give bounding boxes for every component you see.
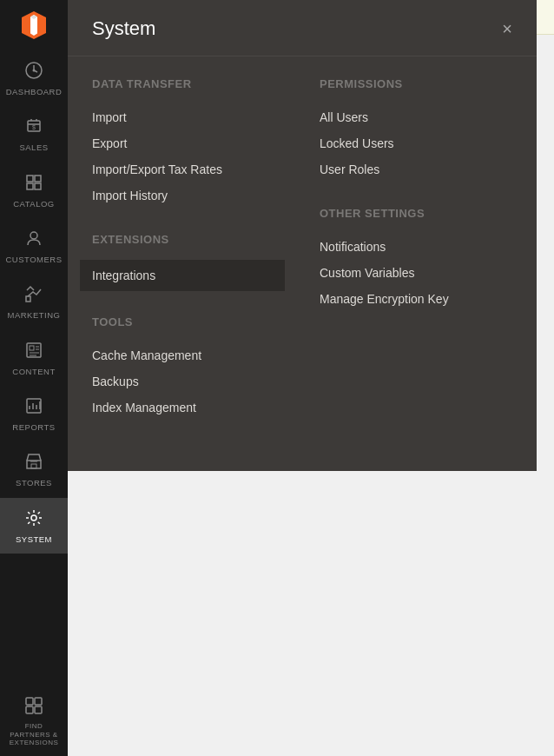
svg-point-1 [33,70,36,72]
svg-text:$: $ [32,124,36,130]
menu-item-locked-users[interactable]: Locked Users [320,130,512,156]
svg-rect-19 [35,706,42,713]
sidebar: DASHBOARD $ SALES CATALOG [0,0,68,756]
sidebar-item-reports[interactable]: REPORTS [0,386,68,441]
marketing-icon [24,284,43,306]
sidebar-item-catalog[interactable]: CATALOG [0,162,68,218]
menu-item-custom-variables[interactable]: Custom Variables [320,260,512,286]
menu-item-index-management[interactable]: Index Management [92,395,285,421]
menu-item-user-roles[interactable]: User Roles [320,156,512,182]
system-panel-close-button[interactable]: × [502,20,512,37]
dashboard-icon [24,61,43,83]
svg-rect-5 [35,176,41,182]
magento-logo-icon [18,10,49,41]
system-icon [24,508,43,530]
sidebar-logo [0,0,68,50]
sales-icon: $ [24,116,43,138]
right-column: Permissions All Users Locked Users User … [320,77,512,445]
sidebar-item-content-label: CONTENT [12,367,55,377]
left-column: Data Transfer Import Export Import/Expor… [92,77,285,445]
menu-item-manage-encryption-key[interactable]: Manage Encryption Key [320,286,512,312]
menu-item-export[interactable]: Export [92,130,285,156]
other-settings-heading: Other Settings [320,207,512,220]
menu-item-backups[interactable]: Backups [92,368,285,395]
sidebar-item-extensions[interactable]: FIND PARTNERS & EXTENSIONS [0,686,68,756]
other-settings-section: Other Settings Notifications Custom Vari… [320,207,512,312]
sidebar-item-marketing[interactable]: MARKETING [0,274,68,329]
sidebar-item-system[interactable]: SYSTEM [0,498,68,554]
sidebar-item-dashboard-label: DASHBOARD [6,87,63,97]
svg-rect-6 [27,183,33,189]
sidebar-item-catalog-label: CATALOG [13,199,55,209]
extensions-section: Extensions Integrations [92,233,285,291]
menu-item-integrations[interactable]: Integrations [80,260,285,291]
system-panel-title: System [92,17,155,40]
sidebar-item-dashboard[interactable]: DASHBOARD [0,50,68,106]
permissions-section: Permissions All Users Locked Users User … [320,77,512,182]
svg-rect-9 [26,296,30,302]
data-transfer-heading: Data Transfer [92,77,285,90]
sidebar-item-reports-label: REPORTS [12,422,55,433]
svg-rect-11 [30,346,34,350]
content-icon [24,341,43,362]
system-panel: System × Data Transfer Import Export Imp… [68,0,537,471]
menu-item-cache-management[interactable]: Cache Management [92,342,285,368]
permissions-heading: Permissions [320,77,512,90]
catalog-icon [24,173,43,195]
tools-heading: Tools [92,315,285,328]
data-transfer-section: Data Transfer Import Export Import/Expor… [92,77,285,209]
svg-rect-7 [35,183,41,189]
system-panel-header: System × [68,0,537,56]
tools-section: Tools Cache Management Backups Index Man… [92,315,285,421]
panel-columns: Data Transfer Import Export Import/Expor… [68,56,537,445]
sidebar-item-content[interactable]: CONTENT [0,330,68,386]
svg-rect-16 [26,698,33,705]
sidebar-item-stores[interactable]: STORES [0,441,68,497]
extensions-heading: Extensions [92,233,285,246]
extensions-icon [24,696,43,718]
sidebar-item-extensions-label: FIND PARTNERS & EXTENSIONS [3,722,64,747]
menu-item-notifications[interactable]: Notifications [320,234,512,260]
main-content: nfig System × Data Transfer Import Expor… [68,0,554,756]
sidebar-item-customers[interactable]: CUSTOMERS [0,218,68,274]
sidebar-item-system-label: SYSTEM [16,534,52,545]
svg-rect-18 [26,706,33,713]
sidebar-item-marketing-label: MARKETING [8,310,61,321]
svg-point-8 [30,232,37,239]
menu-item-import-history[interactable]: Import History [92,182,285,209]
reports-icon [24,396,43,418]
sidebar-item-customers-label: CUSTOMERS [5,255,62,265]
sidebar-item-stores-label: STORES [16,478,52,488]
svg-rect-4 [27,176,33,182]
sidebar-item-sales-label: SALES [19,143,48,153]
menu-item-import-export-tax-rates[interactable]: Import/Export Tax Rates [92,156,285,182]
customers-icon [24,229,43,250]
svg-rect-17 [35,698,42,705]
sidebar-item-sales[interactable]: $ SALES [0,106,68,162]
menu-item-import[interactable]: Import [92,104,285,130]
svg-point-15 [31,515,36,521]
stores-icon [24,452,43,474]
menu-item-all-users[interactable]: All Users [320,104,512,130]
